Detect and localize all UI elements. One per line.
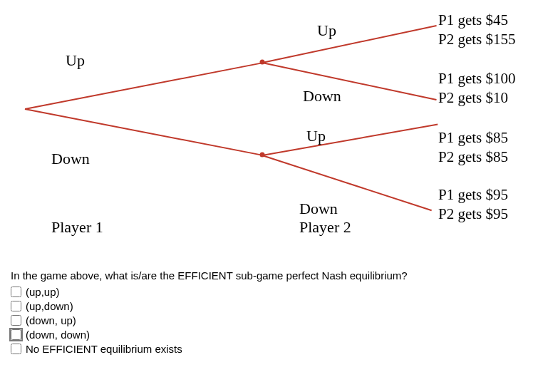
payoff-dd-p1: P1 gets $95 <box>438 185 508 205</box>
option-down-down[interactable]: (down, down) <box>11 329 408 341</box>
option-label: (down, up) <box>26 314 76 326</box>
payoff-du-p2: P2 gets $85 <box>438 148 508 167</box>
game-tree-diagram: Up Down Player 1 Up Down Up Down Player … <box>0 0 538 257</box>
payoff-uu-p2: P2 gets $155 <box>438 30 516 49</box>
p1-down-label: Down <box>51 150 90 168</box>
checkbox-up-down[interactable] <box>11 301 21 311</box>
p2-bot-down-branch <box>262 155 432 211</box>
p2-name-label: Player 2 <box>299 218 351 237</box>
payoff-dd: P1 gets $95 P2 gets $95 <box>438 185 508 225</box>
p2-bot-up-label: Up <box>306 127 326 145</box>
payoff-ud-p1: P1 gets $100 <box>438 69 516 88</box>
payoff-du-p1: P1 gets $85 <box>438 128 508 148</box>
p1-name-label: Player 1 <box>51 218 103 237</box>
option-label: (up,down) <box>26 300 73 312</box>
payoff-uu-p1: P1 gets $45 <box>438 11 516 30</box>
payoff-uu: P1 gets $45 P2 gets $155 <box>438 11 516 50</box>
p1-up-label: Up <box>66 51 85 70</box>
option-up-down[interactable]: (up,down) <box>11 300 408 312</box>
option-none[interactable]: No EFFICIENT equilibrium exists <box>11 343 408 355</box>
payoff-dd-p2: P2 gets $95 <box>438 205 508 224</box>
question-area: In the game above, what is/are the EFFIC… <box>11 269 408 357</box>
checkbox-down-up[interactable] <box>11 315 21 326</box>
option-label: (up,up) <box>26 286 60 298</box>
option-down-up[interactable]: (down, up) <box>11 314 408 326</box>
p2-top-down-branch <box>262 62 437 100</box>
p1-up-branch <box>25 62 263 109</box>
option-label: No EFFICIENT equilibrium exists <box>26 343 182 355</box>
p2-top-up-branch <box>262 25 437 63</box>
checkbox-up-up[interactable] <box>11 287 21 297</box>
option-up-up[interactable]: (up,up) <box>11 286 408 298</box>
question-text: In the game above, what is/are the EFFIC… <box>11 269 408 282</box>
payoff-du: P1 gets $85 P2 gets $85 <box>438 128 508 167</box>
p2-bot-down-label: Down <box>299 200 338 218</box>
p2-top-up-label: Up <box>317 21 336 40</box>
p2-bot-up-branch <box>262 124 438 156</box>
checkbox-down-down[interactable] <box>11 329 21 340</box>
checkbox-none[interactable] <box>11 344 21 354</box>
p1-down-branch <box>25 108 263 155</box>
p2-top-down-label: Down <box>303 87 341 105</box>
option-label: (down, down) <box>26 329 90 341</box>
payoff-ud: P1 gets $100 P2 gets $10 <box>438 69 516 108</box>
payoff-ud-p2: P2 gets $10 <box>438 88 516 108</box>
